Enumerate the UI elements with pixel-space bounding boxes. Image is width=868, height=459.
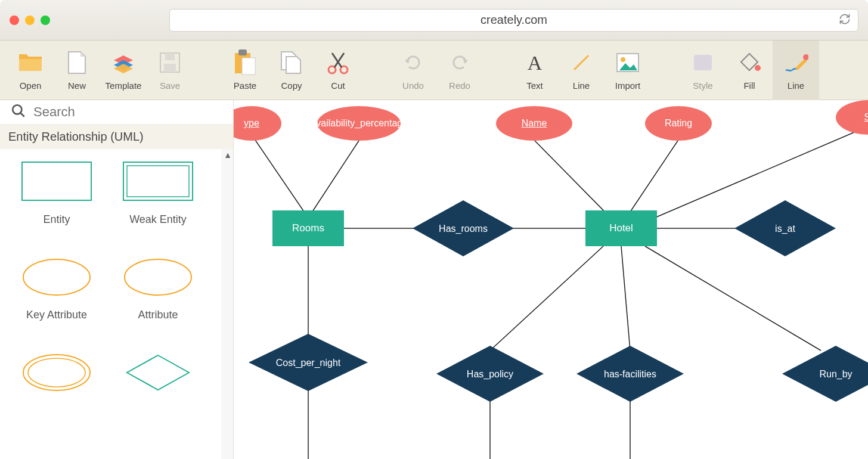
connector-lines <box>234 100 868 459</box>
relationship-run-by[interactable]: Run_by <box>782 346 868 402</box>
shape-search <box>0 100 233 125</box>
copy-icon <box>278 49 305 76</box>
paste-button[interactable]: Paste <box>222 41 268 100</box>
svg-text:A: A <box>528 52 542 73</box>
attribute-availability[interactable]: Availability_percentage <box>317 106 401 141</box>
svg-point-16 <box>803 54 808 60</box>
copy-button[interactable]: Copy <box>268 41 315 100</box>
new-button[interactable]: New <box>54 41 100 100</box>
svg-line-18 <box>20 113 24 117</box>
minimize-window-button[interactable] <box>25 15 35 25</box>
redo-button[interactable]: Redo <box>436 41 483 100</box>
window-controls <box>10 15 50 25</box>
svg-rect-19 <box>22 162 91 200</box>
svg-rect-14 <box>694 55 712 70</box>
svg-point-17 <box>13 105 21 114</box>
shapes-panel: Entity Relationship (UML) ▲ Entity Weak … <box>0 100 234 459</box>
svg-line-30 <box>535 141 609 216</box>
template-icon <box>110 49 137 76</box>
entity-hotel[interactable]: Hotel <box>585 210 657 246</box>
relationship-cost-per-night[interactable]: Cost_per_night <box>249 334 368 391</box>
folder-icon <box>17 49 44 76</box>
line-button[interactable]: Line <box>558 41 604 100</box>
line-style-button[interactable]: Line <box>773 41 819 100</box>
close-window-button[interactable] <box>10 15 19 25</box>
image-icon <box>615 49 641 76</box>
svg-rect-20 <box>123 162 193 200</box>
svg-line-27 <box>311 141 359 213</box>
svg-text:is_at: is_at <box>775 224 795 234</box>
open-button[interactable]: Open <box>7 41 54 100</box>
svg-rect-2 <box>164 64 176 72</box>
entity-rooms[interactable]: Rooms <box>272 210 344 246</box>
svg-text:Has_rooms: Has_rooms <box>439 224 488 234</box>
svg-line-26 <box>252 135 305 213</box>
svg-rect-1 <box>165 53 175 60</box>
search-input[interactable] <box>33 104 222 120</box>
shape-swatch-weak-entity[interactable]: Weak Entity <box>107 161 209 256</box>
text-button[interactable]: A Text <box>512 41 558 100</box>
svg-point-25 <box>28 358 85 387</box>
cut-button[interactable]: Cut <box>315 41 361 100</box>
toolbar: Open New Template Save Paste Copy Cut <box>0 41 868 100</box>
svg-text:has-facilities: has-facilities <box>604 369 656 379</box>
svg-text:Cost_per_night: Cost_per_night <box>276 358 341 368</box>
attribute-st[interactable]: St <box>836 100 868 135</box>
svg-text:Has_policy: Has_policy <box>467 369 513 380</box>
import-button[interactable]: Import <box>604 41 651 100</box>
svg-text:Run_by: Run_by <box>819 369 852 380</box>
svg-rect-21 <box>127 166 189 197</box>
svg-rect-4 <box>238 49 247 55</box>
attribute-name[interactable]: Name <box>496 106 572 141</box>
style-icon <box>690 49 716 76</box>
shape-swatch-relationship[interactable] <box>107 352 209 447</box>
svg-line-11 <box>574 55 588 70</box>
relationship-has-facilities[interactable]: has-facilities <box>576 346 684 402</box>
address-bar[interactable]: creately.com <box>169 9 858 32</box>
fill-icon <box>736 49 762 76</box>
svg-line-38 <box>645 246 821 351</box>
shape-swatch-attribute[interactable]: Attribute <box>107 256 209 352</box>
svg-rect-5 <box>242 58 255 75</box>
fill-button[interactable]: Fill <box>726 41 773 100</box>
relationship-has-policy[interactable]: Has_policy <box>436 346 544 402</box>
svg-line-37 <box>621 246 630 351</box>
shape-swatch-entity[interactable]: Entity <box>6 161 107 256</box>
refresh-icon[interactable] <box>839 13 851 27</box>
line-icon <box>568 49 594 76</box>
new-file-icon <box>64 49 90 76</box>
svg-point-15 <box>755 65 761 71</box>
search-icon <box>11 103 26 121</box>
shape-category-header[interactable]: Entity Relationship (UML) <box>0 125 233 149</box>
undo-button[interactable]: Undo <box>390 41 436 100</box>
scroll-up-arrow[interactable]: ▲ <box>224 150 232 160</box>
svg-point-24 <box>23 355 90 390</box>
svg-point-13 <box>621 57 625 62</box>
svg-point-22 <box>23 259 90 295</box>
save-button[interactable]: Save <box>147 41 193 100</box>
paste-icon <box>232 49 258 76</box>
shape-grid: ▲ Entity Weak Entity Key Attribute Attri… <box>0 149 233 459</box>
save-icon <box>157 49 183 76</box>
text-icon: A <box>522 49 548 76</box>
attribute-type[interactable]: ype <box>234 106 281 141</box>
style-button[interactable]: Style <box>680 41 726 100</box>
maximize-window-button[interactable] <box>41 15 50 25</box>
pencil-icon <box>783 49 809 76</box>
scrollbar[interactable]: ▲ <box>221 149 233 459</box>
svg-line-31 <box>627 141 678 216</box>
attribute-rating[interactable]: Rating <box>645 106 712 141</box>
template-button[interactable]: Template <box>100 41 147 100</box>
url-text: creately.com <box>480 13 547 27</box>
undo-icon <box>400 49 426 76</box>
relationship-has-rooms[interactable]: Has_rooms <box>413 200 514 256</box>
browser-chrome: creately.com <box>0 0 868 41</box>
scissors-icon <box>325 49 351 76</box>
relationship-is-at[interactable]: is_at <box>734 200 836 256</box>
diagram-canvas[interactable]: ype Availability_percentage Name Rating … <box>234 100 868 459</box>
shape-swatch-multi-attribute[interactable] <box>6 352 107 447</box>
svg-line-36 <box>490 246 603 351</box>
redo-icon <box>447 49 473 76</box>
shape-swatch-key-attribute[interactable]: Key Attribute <box>6 256 107 352</box>
svg-point-23 <box>125 259 191 295</box>
